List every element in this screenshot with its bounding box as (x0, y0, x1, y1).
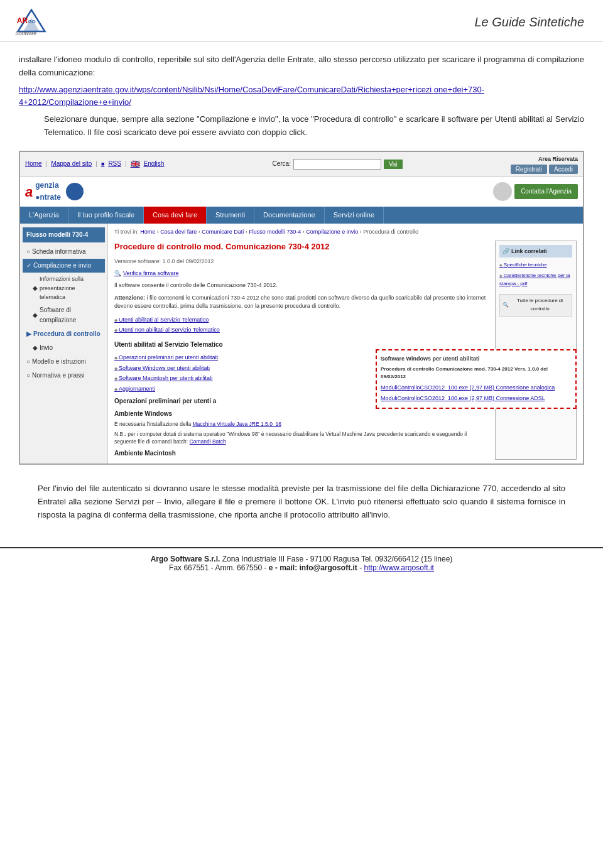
intro-paragraph-1: installare l'idoneo modulo di controllo,… (19, 53, 584, 80)
diamond-icon-3: ◆ (33, 343, 38, 353)
ambiente-windows-text: È necessaria l'installazione della Macch… (114, 420, 490, 428)
lc-item-caratteristiche[interactable]: Caratteristiche tecniche per la stampa -… (499, 271, 572, 290)
main-content: installare l'idoneo modulo di controllo,… (0, 42, 603, 534)
link-utenti-non-abilitati[interactable]: Utenti non abilitati al Servizio Telemat… (114, 325, 490, 335)
agenzia-name-line2: ●ntrate (35, 192, 61, 203)
svg-text:GO: GO (28, 19, 36, 24)
sidebar-label-compilazione: Compilazione e invio (33, 261, 91, 271)
breadcrumb-compilazione[interactable]: Compilazione e invio (306, 229, 358, 235)
magnify-icon: 🔍 (114, 269, 121, 278)
fake-link-list: Utenti abilitati al Servizio Telematico … (114, 315, 490, 335)
english-nav-link[interactable]: English (144, 159, 165, 169)
intro-paragraph-2: Selezionare dunque, sempre alla sezione … (44, 113, 584, 139)
popup-link-adsl[interactable]: ModuliControlloCSO2012_100.exe (2,97 MB)… (381, 394, 572, 403)
area-riservata-label: Area Riservata (538, 155, 578, 163)
sidebar-item-compilazione[interactable]: ✓ Compilazione e invio (23, 259, 105, 273)
bottom-text: Per l'invio del file autenticato si dovr… (19, 476, 584, 528)
search-input[interactable] (293, 159, 381, 170)
logo-area: Software AR GO (13, 6, 50, 38)
section-utenti-title: Utenti abilitati al Servizio Telematico (114, 340, 490, 350)
fake-topbar: Home | Mappa del sito | ■ RSS | 🇬🇧 Engli… (20, 152, 583, 177)
lc-item-specifiche[interactable]: Specifiche tecniche (499, 260, 572, 271)
nav-item-profilo[interactable]: Il tuo profilo fiscale (68, 207, 144, 224)
fake-search-area: Cerca: Vai (272, 159, 402, 170)
breadcrumb-home[interactable]: Home (140, 229, 155, 235)
sidebar-label-modello: Modello e istruzioni (32, 357, 86, 367)
fake-agenzia-header: a genzia ●ntrate Contatta l'Agenzia (20, 177, 583, 206)
circle-icon-3: ○ (26, 371, 30, 381)
breadcrumb: Ti trovi in: Home › Cosa devi fare › Com… (114, 227, 577, 236)
fake-nav: L'Agenzia Il tuo profilo fiscale Cosa de… (20, 207, 583, 224)
nav-item-agenzia[interactable]: L'Agenzia (20, 207, 68, 224)
verifica-firma-link[interactable]: 🔍 Verifica firma software (114, 269, 490, 278)
tutte-procedure-button[interactable]: 🔍 Tutte le procedure di controllo (499, 294, 572, 317)
contatta-btn-area: Contatta l'Agenzia (493, 182, 578, 201)
fake-page-title: Procedure di controllo mod. Comunicazion… (114, 241, 490, 254)
contatta-button[interactable]: Contatta l'Agenzia (514, 184, 578, 199)
sidebar-item-informazioni[interactable]: ◆ Informazioni sulla presentazione telem… (23, 273, 105, 303)
popup-subtitle: Procedura di controllo Comunicazione mod… (381, 366, 572, 382)
attenzione-label: Attenzione: (114, 295, 145, 301)
link-utenti-abilitati[interactable]: Utenti abilitati al Servizio Telematico (114, 315, 490, 325)
sidebar-label-scheda: Scheda informativa (32, 247, 86, 257)
popup-link-analogica[interactable]: ModuliControlloCSO2012_100.exe (2,97 MB)… (381, 383, 572, 392)
breadcrumb-comunicare[interactable]: Comunicare Dati (202, 229, 244, 235)
sidebar-item-modello[interactable]: ○ Modello e istruzioni (23, 355, 105, 369)
agenzia-logo-a: a (25, 181, 33, 203)
sidebar-label-informazioni: Informazioni sulla presentazione telemat… (40, 274, 101, 301)
nav-item-strumenti[interactable]: Strumenti (207, 207, 254, 224)
nav-item-cosa[interactable]: Cosa devi fare (144, 207, 207, 224)
footer-url-link[interactable]: http://www.argosoft.it (364, 563, 434, 572)
url-link[interactable]: http://www.agenziaentrate.gov.it/wps/con… (19, 85, 484, 107)
fake-body: Flusso modelli 730-4 ○ Scheda informativ… (20, 224, 583, 464)
footer-address: Zona Industriale III Fase - 97100 Ragusa… (222, 555, 453, 563)
footer-company: Argo Software S.r.l. (151, 555, 220, 563)
agenzia-name-line1: genzia (35, 180, 61, 192)
sidebar-item-software-comp[interactable]: ◆ Software di compilazione (23, 303, 105, 327)
fake-browser: Home | Mappa del sito | ■ RSS | 🇬🇧 Engli… (19, 151, 584, 464)
rss-icon: ■ (101, 160, 104, 168)
popup-title: Software Windows per utenti abilitati (381, 354, 572, 363)
home-nav-link[interactable]: Home (25, 159, 42, 169)
accedi-button[interactable]: Accedi (549, 165, 578, 174)
java-link[interactable]: Macchina Virtuale Java JRE 1.5.0_16 (192, 421, 281, 427)
avatar-icon (493, 182, 512, 201)
rss-nav-link[interactable]: RSS (108, 159, 121, 169)
sidebar-item-procedura[interactable]: ▶ Procedura di controllo (23, 327, 105, 341)
breadcrumb-cosa[interactable]: Cosa devi fare (160, 229, 197, 235)
circle-icon: ○ (26, 247, 30, 257)
fake-main-content: Ti trovi in: Home › Cosa devi fare › Com… (108, 224, 583, 464)
nav-item-servizi[interactable]: Servizi online (325, 207, 384, 224)
search-icon: 🔍 (503, 301, 509, 310)
diamond-icon-2: ◆ (33, 310, 38, 320)
check-icon: ✓ (26, 261, 31, 271)
mappa-nav-link[interactable]: Mappa del sito (51, 159, 92, 169)
comandi-batch-link[interactable]: Comandi Batch (190, 438, 226, 445)
arrow-right-icon: ▶ (26, 329, 31, 339)
sidebar-title: Flusso modelli 730-4 (23, 227, 105, 242)
page-title: Le Guide Sintetiche (474, 15, 584, 30)
sidebar-label-invio: Invio (40, 343, 53, 353)
ambiente-mac-title: Ambiente Macintosh (114, 448, 490, 458)
vai-button[interactable]: Vai (384, 160, 403, 169)
fake-popup: Software Windows per utenti abilitati Pr… (376, 349, 577, 409)
avatar-area: Contatta l'Agenzia (493, 182, 578, 201)
nav-item-documentazione[interactable]: Documentazione (254, 207, 325, 224)
registrati-button[interactable]: Registrati (511, 165, 547, 174)
fake-version: Versione software: 1.0.0 del 09/02/2012 (114, 257, 490, 266)
sidebar-item-scheda[interactable]: ○ Scheda informativa (23, 245, 105, 259)
sidebar-item-invio[interactable]: ◆ Invio (23, 341, 105, 355)
link-correlati-title: 🔗 Link correlati (499, 245, 572, 258)
sidebar-label-software-comp: Software di compilazione (40, 305, 101, 325)
fake-nav-links: Home | Mappa del sito | ■ RSS | 🇬🇧 Engli… (25, 158, 164, 170)
sidebar-item-normativa[interactable]: ○ Normativa e prassi (23, 369, 105, 382)
footer-line2: Fax 667551 - Amm. 667550 - e - mail: inf… (19, 563, 584, 572)
fake-body-text-2: Attenzione: i file contenenti le Comunic… (114, 294, 490, 311)
breadcrumb-flusso[interactable]: Flusso modelli 730-4 (249, 229, 301, 235)
fake-sidebar: Flusso modelli 730-4 ○ Scheda informativ… (20, 224, 108, 464)
agenzia-logo: a genzia ●ntrate (25, 180, 84, 203)
intro-url[interactable]: http://www.agenziaentrate.gov.it/wps/con… (19, 84, 584, 110)
english-flag-icon: 🇬🇧 (131, 158, 140, 170)
link-icon: 🔗 (503, 247, 509, 256)
circle-icon-2: ○ (26, 357, 30, 367)
